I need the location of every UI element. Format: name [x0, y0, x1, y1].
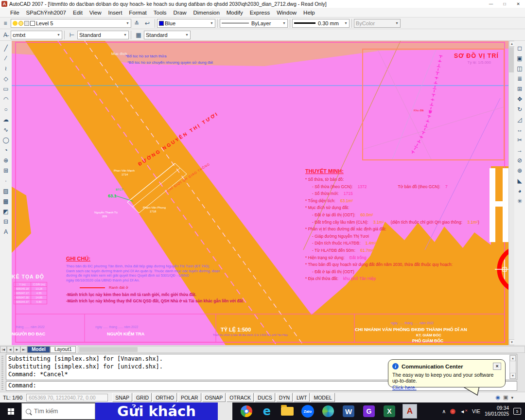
- menu-dimension[interactable]: Dimension: [190, 9, 223, 17]
- photos-icon[interactable]: [322, 405, 334, 417]
- chevron-down-icon[interactable]: ▼: [183, 33, 189, 36]
- tray-clock[interactable]: 09:34 16/01/2025: [485, 405, 509, 417]
- toggle-ducs[interactable]: DUCS: [255, 393, 275, 402]
- circle-icon[interactable]: ○: [1, 104, 11, 114]
- tray-chevron-icon[interactable]: ∧: [442, 408, 446, 415]
- chevron-down-icon[interactable]: ▼: [342, 21, 348, 25]
- gradient-icon[interactable]: ▩: [1, 196, 11, 206]
- table-style-icon[interactable]: ▦: [134, 30, 143, 40]
- communication-center-icon[interactable]: ◉: [495, 394, 500, 401]
- tab-first-icon[interactable]: |◀: [0, 346, 7, 353]
- toggle-lwt[interactable]: LWT: [294, 393, 310, 402]
- construction-line-icon[interactable]: ⁄: [1, 53, 11, 63]
- command-scrollbar[interactable]: ▲ ▼: [509, 355, 516, 379]
- toolbar-lock-icon[interactable]: ▣: [503, 394, 508, 401]
- menu-format[interactable]: Format: [125, 9, 150, 17]
- menu-help[interactable]: Help: [300, 9, 318, 17]
- autocad-icon[interactable]: A: [402, 404, 417, 419]
- line-icon[interactable]: ╱: [1, 43, 11, 53]
- scroll-down-icon[interactable]: ▼: [510, 373, 516, 379]
- toggle-dyn[interactable]: DYN: [276, 393, 293, 402]
- chevron-down-icon[interactable]: ▼: [122, 33, 127, 36]
- pdf-icon[interactable]: G: [363, 405, 375, 417]
- chevron-down-icon[interactable]: ▼: [280, 21, 286, 25]
- toggle-osnap[interactable]: OSNAP: [202, 393, 226, 402]
- menu-insert[interactable]: Insert: [105, 9, 126, 17]
- menu-view[interactable]: View: [86, 9, 105, 17]
- polyline-icon[interactable]: ≀: [1, 63, 11, 73]
- copy-icon[interactable]: ▣: [515, 53, 525, 63]
- menu-window[interactable]: Window: [273, 9, 300, 17]
- tab-last-icon[interactable]: ▶|: [20, 346, 27, 353]
- edge-icon[interactable]: e: [260, 404, 274, 419]
- zalo-icon[interactable]: Zalo: [301, 405, 314, 418]
- arc-icon[interactable]: ◠: [1, 94, 11, 104]
- table-icon[interactable]: ⊟: [1, 216, 11, 227]
- layer-previous-icon[interactable]: ↩: [142, 18, 152, 28]
- menu-modify[interactable]: Modify: [223, 9, 246, 17]
- menu-draw[interactable]: Draw: [170, 9, 190, 17]
- erase-icon[interactable]: ◻: [515, 43, 525, 53]
- coordinate-readout[interactable]: 605369.70, 1212040.72, 0.00: [26, 394, 108, 402]
- tab-prev-icon[interactable]: ◀: [7, 346, 14, 353]
- start-button[interactable]: [0, 402, 21, 420]
- status-menu-arrow-icon[interactable]: ▾: [511, 395, 513, 400]
- chevron-down-icon[interactable]: ▼: [208, 21, 213, 25]
- horizontal-scroll-thumb[interactable]: [79, 347, 138, 352]
- chrome-icon[interactable]: [241, 405, 252, 417]
- scroll-up-icon[interactable]: ▲: [510, 355, 516, 361]
- dim-style-combo[interactable]: Standard ▼: [77, 31, 129, 39]
- spline-icon[interactable]: ∿: [1, 124, 11, 135]
- revcloud-icon[interactable]: ☁: [1, 114, 11, 124]
- balloon-close-icon[interactable]: ✕: [493, 363, 501, 370]
- hatch-icon[interactable]: ▨: [1, 186, 11, 196]
- menu-edit[interactable]: Edit: [70, 9, 86, 17]
- extend-icon[interactable]: →: [515, 145, 525, 155]
- taskbar-search[interactable]: Tìm kiếm: [21, 403, 95, 420]
- toggle-model[interactable]: MODEL: [311, 393, 334, 402]
- make-block-icon[interactable]: ⊞: [1, 165, 11, 175]
- table-style-combo[interactable]: Standard ▼: [144, 31, 191, 39]
- command-grip[interactable]: [1, 355, 3, 390]
- horizontal-scrollbar[interactable]: [78, 346, 525, 353]
- break-icon[interactable]: ⊘: [515, 155, 525, 165]
- maximize-button[interactable]: □: [498, 0, 511, 8]
- layer-combo[interactable]: Level 5 ▼: [11, 19, 131, 28]
- toggle-snap[interactable]: SNAP: [112, 393, 132, 402]
- chamfer-icon[interactable]: ◣: [515, 175, 525, 186]
- color-combo[interactable]: Blue ▼: [157, 19, 215, 28]
- insert-block-icon[interactable]: ⊕: [1, 155, 11, 165]
- action-center-icon[interactable]: 5: [513, 408, 521, 415]
- tray-shield-icon[interactable]: [450, 409, 455, 414]
- point-icon[interactable]: ·: [1, 175, 11, 186]
- language-indicator[interactable]: VIE: [472, 408, 480, 414]
- menu-spach-nh2007[interactable]: SPaChÝnh2007: [23, 9, 70, 17]
- excel-icon[interactable]: X: [384, 405, 395, 417]
- chevron-down-icon[interactable]: ▼: [124, 21, 129, 25]
- toggle-polar[interactable]: POLAR: [178, 393, 201, 402]
- lineweight-combo[interactable]: 0.30 mm ▼: [292, 19, 350, 28]
- tab-model[interactable]: Model: [27, 346, 50, 353]
- region-icon[interactable]: ◩: [1, 206, 11, 216]
- balloon-link[interactable]: Click here.: [392, 385, 501, 390]
- gui-khach-window[interactable]: Gửi khách: [95, 402, 218, 420]
- linetype-combo[interactable]: ByLayer ▼: [220, 19, 288, 28]
- polygon-icon[interactable]: ◇: [1, 73, 11, 84]
- trim-icon[interactable]: ✂: [515, 135, 525, 145]
- text-style-combo[interactable]: cmtxt ▼: [11, 31, 62, 39]
- array-icon[interactable]: ⊞: [515, 84, 525, 94]
- move-icon[interactable]: ✥: [515, 94, 525, 104]
- rotate-icon[interactable]: ↻: [515, 104, 525, 114]
- stretch-icon[interactable]: ↔: [515, 124, 525, 135]
- menu-file[interactable]: File: [7, 9, 23, 17]
- vertical-scrollbar[interactable]: ▲ ▼: [508, 41, 514, 345]
- ellipse-arc-icon[interactable]: ◔: [1, 145, 11, 155]
- toggle-ortho[interactable]: ORTHO: [153, 393, 177, 402]
- mirror-icon[interactable]: ◫: [515, 63, 525, 73]
- toggle-grid[interactable]: GRID: [133, 393, 152, 402]
- ellipse-icon[interactable]: ◯: [1, 135, 11, 145]
- scale-icon[interactable]: ◿: [515, 114, 525, 124]
- mtext-icon[interactable]: A: [1, 227, 11, 237]
- tab-next-icon[interactable]: ▶: [14, 346, 20, 353]
- word-icon[interactable]: W: [343, 405, 354, 417]
